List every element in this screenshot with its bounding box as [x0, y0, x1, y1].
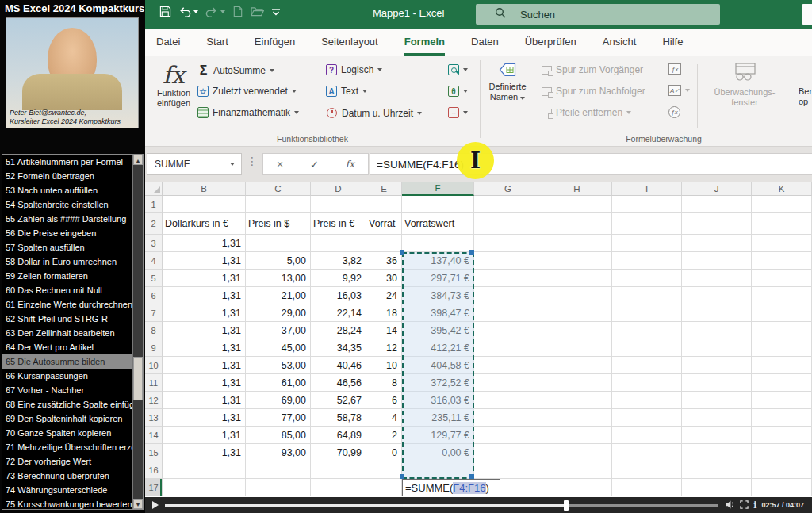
row-header-2[interactable]: 2: [145, 213, 163, 235]
row-header-17[interactable]: 17: [145, 479, 163, 496]
cell-I4[interactable]: [612, 252, 682, 270]
row-header-9[interactable]: 9: [145, 339, 163, 357]
cell-D8[interactable]: 28,24: [311, 322, 366, 339]
insert-function-fx-icon[interactable]: fx: [346, 159, 354, 170]
lesson-item[interactable]: 75 Kursschwankungen bewerten: [2, 497, 132, 510]
cell-F3[interactable]: [402, 235, 474, 252]
cell-D4[interactable]: 3,82: [311, 252, 366, 270]
cell-J13[interactable]: [682, 409, 752, 427]
cell-B1[interactable]: [163, 196, 246, 213]
row-header-11[interactable]: 11: [145, 374, 163, 392]
cell-B9[interactable]: 1,31: [163, 339, 246, 357]
cell-D12[interactable]: 52,67: [311, 392, 366, 409]
cell-B10[interactable]: 1,31: [163, 357, 246, 374]
cell-G7[interactable]: [474, 304, 542, 322]
trace-precedents-button[interactable]: Spur zum Vorgänger: [542, 64, 643, 75]
cell-K16[interactable]: [752, 461, 812, 479]
lesson-item[interactable]: 68 Eine zusätzliche Spalte einfügen: [2, 397, 132, 412]
cell-K5[interactable]: [752, 270, 812, 287]
cell-K3[interactable]: [752, 235, 812, 252]
cell-D16[interactable]: [311, 461, 366, 479]
cell-I15[interactable]: [612, 444, 682, 461]
cell-G3[interactable]: [474, 235, 542, 252]
lesson-item[interactable]: 51 Artikelnummern per Formel: [2, 155, 132, 169]
cell-B15[interactable]: 1,31: [163, 444, 246, 461]
enter-check-icon[interactable]: ✓: [310, 159, 319, 170]
editing-cell-F17[interactable]: =SUMME(F4:F16): [402, 479, 500, 496]
cell-G5[interactable]: [474, 270, 542, 287]
lesson-item[interactable]: 72 Der vorherige Wert: [2, 454, 132, 469]
cell-E15[interactable]: 0: [366, 444, 402, 461]
lesson-scrollbar[interactable]: ▲ ▼: [132, 155, 143, 509]
cell-G16[interactable]: [474, 461, 542, 479]
row-header-8[interactable]: 8: [145, 322, 163, 339]
cell-I3[interactable]: [612, 235, 682, 252]
cell-E2[interactable]: Vorrat: [366, 213, 402, 235]
cell-I11[interactable]: [612, 374, 682, 392]
insert-function-button[interactable]: fx Funktion einfügen: [153, 63, 194, 109]
cell-G6[interactable]: [474, 287, 542, 304]
cell-E8[interactable]: 14: [366, 322, 402, 339]
column-header-B[interactable]: B: [163, 182, 246, 196]
cell-D5[interactable]: 9,92: [311, 270, 366, 287]
cell-G1[interactable]: [474, 196, 542, 213]
progress-knob[interactable]: [564, 500, 569, 511]
cell-H1[interactable]: [542, 196, 612, 213]
search-box[interactable]: Suchen: [476, 4, 720, 25]
cell-C14[interactable]: 85,00: [246, 427, 311, 444]
tab-ansicht[interactable]: Ansicht: [603, 29, 637, 56]
lesson-item[interactable]: 66 Kursanpassungen: [2, 369, 132, 383]
date-time-button[interactable]: Datum u. Uhrzeit: [326, 107, 422, 119]
cell-K4[interactable]: [752, 252, 812, 270]
cell-K10[interactable]: [752, 357, 812, 374]
cell-C9[interactable]: 45,00: [246, 339, 311, 357]
financial-button[interactable]: Finanzmathematik: [197, 107, 299, 118]
lookup-reference-button[interactable]: [448, 64, 468, 75]
row-header-6[interactable]: 6: [145, 287, 163, 304]
cell-J4[interactable]: [682, 252, 752, 270]
cell-B12[interactable]: 1,31: [163, 392, 246, 409]
cell-K2[interactable]: [752, 213, 812, 235]
cell-E12[interactable]: 6: [366, 392, 402, 409]
volume-icon[interactable]: [725, 498, 735, 512]
recently-used-button[interactable]: ☆ Zuletzt verwendet: [197, 86, 297, 97]
lesson-item[interactable]: 59 Zellen formatieren: [2, 269, 132, 283]
cell-G10[interactable]: [474, 357, 542, 374]
cell-E10[interactable]: 10: [366, 357, 402, 374]
cell-D13[interactable]: 58,78: [311, 409, 366, 427]
error-checking-button[interactable]: A✓: [668, 85, 690, 96]
logical-button[interactable]: ? Logisch: [326, 64, 382, 75]
cell-K8[interactable]: [752, 322, 812, 339]
cell-H17[interactable]: [542, 479, 612, 496]
lesson-item[interactable]: 57 Spalten ausfüllen: [2, 240, 132, 255]
row-header-3[interactable]: 3: [145, 235, 163, 252]
lesson-item[interactable]: 70 Ganze Spalten kopieren: [2, 426, 132, 440]
lesson-item[interactable]: 52 Formeln übertragen: [2, 169, 132, 183]
lesson-item[interactable]: 65 Die Autosumme bilden: [2, 354, 132, 369]
cell-D2[interactable]: Preis in €: [311, 213, 366, 235]
lesson-item[interactable]: 69 Den Spalteninhalt kopieren: [2, 412, 132, 426]
cell-H3[interactable]: [542, 235, 612, 252]
cell-I17[interactable]: [612, 479, 682, 496]
cell-I10[interactable]: [612, 357, 682, 374]
row-header-5[interactable]: 5: [145, 270, 163, 287]
lesson-item[interactable]: 53 Nach unten auffüllen: [2, 183, 132, 197]
cell-D3[interactable]: [311, 235, 366, 252]
tab-seitenlayout[interactable]: Seitenlayout: [321, 29, 378, 56]
fullscreen-icon[interactable]: [740, 498, 749, 512]
cell-G14[interactable]: [474, 427, 542, 444]
cell-D15[interactable]: 70,99: [311, 444, 366, 461]
cell-F2[interactable]: Vorratswert: [402, 213, 474, 235]
cell-I1[interactable]: [612, 196, 682, 213]
new-document-icon[interactable]: [232, 6, 243, 17]
info-icon[interactable]: i: [753, 500, 756, 511]
redo-icon[interactable]: [205, 6, 225, 17]
selection-handle-topright[interactable]: [469, 250, 474, 255]
row-header-16[interactable]: 16: [145, 461, 163, 479]
text-functions-button[interactable]: A Text: [326, 86, 367, 97]
cell-G9[interactable]: [474, 339, 542, 357]
cell-E5[interactable]: 30: [366, 270, 402, 287]
cell-H7[interactable]: [542, 304, 612, 322]
cell-H4[interactable]: [542, 252, 612, 270]
cell-C8[interactable]: 37,00: [246, 322, 311, 339]
